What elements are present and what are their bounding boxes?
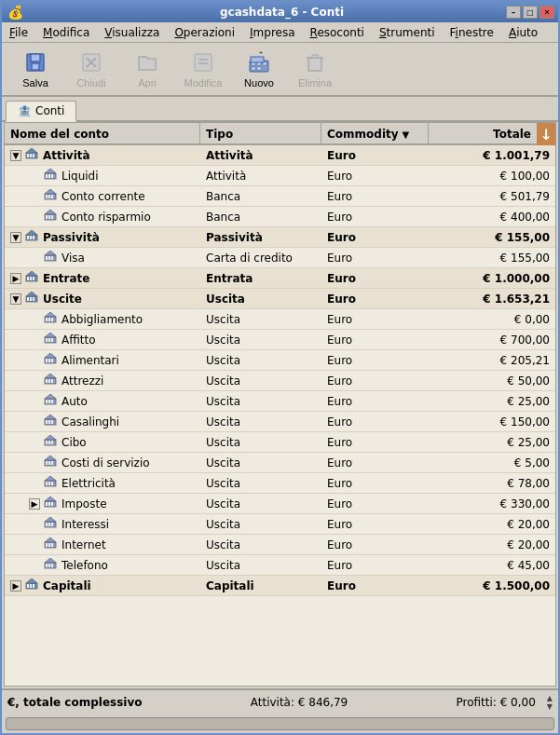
account-commodity: Euro (321, 475, 429, 492)
statusbar-attivita: Attività: € 846,79 (143, 696, 457, 709)
table-row[interactable]: ▶ CapitaliCapitaliEuro€ 1.500,00 (5, 576, 555, 596)
menu-file[interactable]: File (2, 24, 35, 41)
menu-visualizza[interactable]: Visualizza (97, 24, 167, 41)
account-total: € 330,00 (429, 496, 555, 512)
open-button[interactable]: Apri (121, 46, 173, 92)
svg-rect-87 (48, 420, 50, 424)
svg-rect-27 (48, 174, 50, 178)
account-commodity: Euro (321, 537, 429, 553)
svg-rect-93 (51, 441, 53, 444)
account-total: € 0,00 (429, 311, 555, 328)
table-row[interactable]: InternetUscitaEuro€ 20,00 (5, 535, 555, 555)
svg-rect-15 (251, 57, 264, 62)
svg-rect-122 (48, 564, 50, 567)
menu-operazioni[interactable]: Operazioni (167, 24, 242, 41)
account-name: Conto corrente (61, 190, 145, 203)
svg-marker-34 (45, 189, 56, 194)
svg-rect-113 (51, 523, 53, 526)
close-button[interactable]: Chiudi (65, 46, 117, 92)
svg-rect-66 (46, 338, 48, 342)
tab-conti-icon: 🏦 (18, 104, 32, 117)
svg-rect-33 (51, 195, 53, 198)
expand-icon[interactable]: ▶ (10, 580, 21, 592)
col-commodity[interactable]: Commodity ▼ (321, 123, 429, 145)
tab-conti[interactable]: 🏦 Conti (6, 101, 76, 122)
menu-resoconti[interactable]: Resoconti (303, 24, 372, 41)
expand-icon[interactable]: ▶ (29, 498, 40, 510)
table-row[interactable]: ▶ ImposteUscitaEuro€ 330,00 (5, 494, 555, 514)
expand-icon[interactable]: ▶ (10, 273, 21, 284)
table-row[interactable]: InteressiUscitaEuro€ 20,00 (5, 514, 555, 535)
col-type[interactable]: Tipo (200, 123, 321, 145)
table-row[interactable]: ▶ EntrateEntrataEuro€ 1.000,00 (5, 268, 555, 289)
new-button[interactable]: + Nuovo (233, 46, 285, 92)
account-name: Telefono (61, 559, 108, 572)
account-total: € 25,00 (429, 393, 555, 410)
svg-rect-2 (32, 63, 39, 70)
table-row[interactable]: AttrezziUscitaEuro€ 50,00 (5, 371, 555, 391)
delete-button[interactable]: Elimina (289, 46, 341, 92)
svg-rect-42 (30, 236, 32, 239)
table-row[interactable]: ElettricitàUscitaEuro€ 78,00 (5, 473, 555, 494)
table-row[interactable]: AffittoUscitaEuro€ 700,00 (5, 330, 555, 350)
menu-modifica[interactable]: Modifica (35, 24, 97, 41)
table-row[interactable]: Costi di servizioUscitaEuro€ 5,00 (5, 453, 555, 473)
statusbar-stepper[interactable]: ▲ ▼ (547, 694, 553, 711)
account-type: Uscita (200, 496, 321, 512)
table-row[interactable]: VisaCarta di creditoEuro€ 155,00 (5, 248, 555, 268)
expand-icon[interactable]: ▼ (10, 293, 21, 305)
horizontal-scrollbar[interactable] (6, 717, 554, 730)
svg-rect-41 (27, 236, 29, 239)
account-type: Uscita (200, 557, 321, 574)
edit-button[interactable]: Modifica (177, 46, 229, 92)
close-button[interactable]: ✕ (540, 6, 554, 19)
table-row[interactable]: ▼ PassivitàPassivitàEuro€ 155,00 (5, 227, 555, 248)
account-total: € 1.001,79 (429, 147, 555, 164)
sort-button[interactable]: ↓ (537, 123, 555, 145)
svg-marker-69 (45, 333, 56, 337)
menu-strumenti[interactable]: Strumenti (372, 24, 443, 41)
account-commodity: Euro (321, 434, 429, 451)
statusbar-up-icon[interactable]: ▲ (547, 694, 553, 702)
menu-aiuto[interactable]: Aiuto (501, 24, 545, 41)
account-name: Affitto (61, 333, 96, 347)
account-name: Capitali (43, 579, 91, 592)
table-row[interactable]: CiboUscitaEuro€ 25,00 (5, 432, 555, 453)
account-commodity: Euro (321, 270, 429, 287)
statusbar-down-icon[interactable]: ▼ (547, 702, 553, 711)
table-row[interactable]: LiquidiAttivitàEuro€ 100,00 (5, 166, 555, 186)
account-icon (25, 148, 38, 162)
svg-marker-119 (45, 538, 56, 542)
svg-marker-89 (45, 415, 56, 419)
col-total[interactable]: Totale (429, 123, 537, 145)
table-row[interactable]: AutoUscitaEuro€ 25,00 (5, 391, 555, 412)
table-row[interactable]: Conto correnteBancaEuro€ 501,79 (5, 186, 555, 207)
table-row[interactable]: AbbigliamentoUscitaEuro€ 0,00 (5, 309, 555, 330)
svg-rect-77 (48, 379, 50, 383)
svg-marker-54 (26, 271, 37, 276)
table-row[interactable]: ▼ UsciteUscitaEuro€ 1.653,21 (5, 289, 555, 309)
account-commodity: Euro (321, 147, 429, 164)
account-commodity: Euro (321, 352, 429, 369)
svg-rect-92 (48, 441, 50, 444)
menu-impresa[interactable]: Impresa (242, 24, 303, 41)
table-row[interactable]: TelefonoUscitaEuro€ 45,00 (5, 555, 555, 576)
expand-icon[interactable]: ▼ (10, 232, 21, 243)
table-row[interactable]: Conto risparmioBancaEuro€ 400,00 (5, 207, 555, 227)
table-row[interactable]: CasalinghiUscitaEuro€ 150,00 (5, 412, 555, 432)
expand-icon[interactable]: ▼ (10, 150, 21, 161)
menu-finestre[interactable]: Finestre (443, 24, 501, 41)
account-type: Uscita (200, 311, 321, 328)
account-name: Abbigliamento (61, 313, 143, 326)
svg-rect-38 (51, 215, 53, 219)
open-icon (134, 49, 160, 75)
minimize-button[interactable]: – (506, 6, 521, 19)
col-name[interactable]: Nome del conto (5, 123, 200, 145)
table-row[interactable]: ▼ AttivitàAttivitàEuro€ 1.001,79 (5, 145, 555, 166)
table-row[interactable]: AlimentariUscitaEuro€ 205,21 (5, 350, 555, 371)
svg-rect-19 (312, 55, 318, 58)
account-icon (44, 456, 57, 470)
account-type: Attività (200, 147, 321, 164)
save-button[interactable]: Salva (9, 46, 61, 92)
maximize-button[interactable]: □ (523, 6, 538, 19)
